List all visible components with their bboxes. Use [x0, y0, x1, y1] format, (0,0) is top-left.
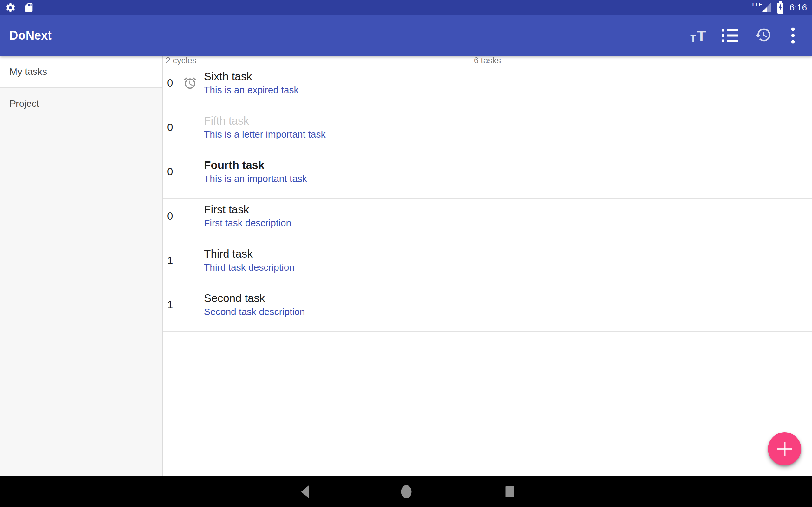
sidebar-item-project[interactable]: Project	[0, 88, 162, 119]
sidebar-item-my-tasks[interactable]: My tasks	[0, 56, 162, 88]
more-dot	[792, 40, 795, 44]
task-title: First task	[204, 203, 812, 216]
task-row-sixth[interactable]: 0 Sixth task This is an expired task	[163, 66, 812, 110]
sidebar-item-label: Project	[9, 98, 39, 109]
task-description: This is an expired task	[204, 83, 812, 97]
cycles-header: 2 cycles	[165, 56, 197, 66]
task-icon-slot	[183, 114, 204, 141]
list-icon-bar	[727, 40, 738, 42]
sidebar-item-label: My tasks	[9, 66, 47, 77]
list-header: 2 cycles 6 tasks	[163, 56, 812, 66]
tasks-count-header: 6 tasks	[474, 56, 501, 66]
task-description: Second task description	[204, 305, 812, 319]
task-text: Sixth task This is an expired task	[204, 69, 812, 97]
task-row-first[interactable]: 0 First task First task description	[163, 199, 812, 243]
task-title: Fifth task	[204, 114, 812, 128]
task-icon-slot	[183, 247, 204, 274]
task-description: This is an important task	[204, 172, 812, 185]
sidebar: My tasks Project	[0, 56, 163, 476]
more-dot	[792, 34, 795, 38]
task-row-fourth[interactable]: 0 Fourth task This is an important task	[163, 154, 812, 199]
history-icon[interactable]	[755, 26, 772, 45]
task-title: Third task	[204, 247, 812, 261]
network-type-label: LTE	[752, 2, 763, 8]
android-navigation-bar	[0, 476, 812, 507]
task-cycles-count: 0	[165, 158, 183, 185]
add-task-fab[interactable]	[768, 432, 801, 465]
list-icon-dot	[722, 29, 724, 32]
task-text: Fifth task This is a letter important ta…	[204, 114, 812, 141]
task-cycles-count: 0	[165, 114, 183, 141]
task-text: Second task Second task description	[204, 291, 812, 319]
task-text: First task First task description	[204, 203, 812, 230]
list-icon-dot	[722, 40, 724, 43]
format-size-small-t: T	[690, 34, 696, 43]
task-cycles-count: 1	[165, 291, 183, 319]
plus-icon	[784, 442, 785, 456]
battery-charging-icon	[776, 1, 784, 14]
task-icon-slot	[183, 158, 204, 185]
list-icon[interactable]	[722, 29, 738, 43]
task-description: Third task description	[204, 261, 812, 274]
task-cycles-count: 1	[165, 247, 183, 274]
status-bar-left	[5, 0, 34, 15]
clock-time: 6:16	[790, 3, 807, 13]
home-button[interactable]	[401, 485, 412, 498]
history-icon-glyph	[755, 26, 772, 43]
list-icon-row	[722, 29, 738, 32]
task-icon-slot	[183, 291, 204, 319]
list-icon-bar	[727, 29, 738, 32]
task-cycles-count: 0	[165, 203, 183, 230]
app-bar-actions: TT	[0, 15, 812, 56]
task-row-third[interactable]: 1 Third task Third task description	[163, 243, 812, 287]
task-title: Second task	[204, 291, 812, 305]
format-size-big-t: T	[697, 28, 706, 43]
task-cycles-count: 0	[165, 69, 183, 97]
task-icon-slot	[183, 69, 204, 97]
task-row-fifth[interactable]: 0 Fifth task This is a letter important …	[163, 110, 812, 154]
signal-triangle-fill	[762, 7, 767, 12]
sd-card-icon	[23, 2, 34, 13]
task-list-panel: 2 cycles 6 tasks 0 Sixth task This is an…	[163, 56, 812, 476]
status-bar-right: LTE 6:16	[752, 0, 807, 15]
task-icon-slot	[183, 203, 204, 230]
list-icon-bar	[727, 35, 738, 37]
more-vert-icon[interactable]	[792, 27, 795, 44]
alarm-icon	[183, 76, 197, 90]
task-description: This is a letter important task	[204, 128, 812, 141]
status-bar: LTE 6:16	[0, 0, 812, 15]
task-title: Sixth task	[204, 69, 812, 83]
task-row-second[interactable]: 1 Second task Second task description	[163, 287, 812, 332]
list-icon-row	[722, 34, 738, 37]
task-text: Fourth task This is an important task	[204, 158, 812, 185]
task-title: Fourth task	[204, 158, 812, 172]
settings-icon	[5, 2, 16, 13]
back-button[interactable]	[301, 485, 309, 498]
more-dot	[792, 27, 795, 31]
signal-strength-icon: LTE	[752, 2, 772, 13]
recents-button[interactable]	[506, 486, 514, 498]
list-icon-row	[722, 40, 738, 43]
format-size-icon[interactable]: TT	[690, 28, 706, 43]
task-text: Third task Third task description	[204, 247, 812, 274]
app-bar: DoNext TT	[0, 15, 812, 56]
task-description: First task description	[204, 216, 812, 230]
list-icon-dot	[722, 34, 724, 37]
